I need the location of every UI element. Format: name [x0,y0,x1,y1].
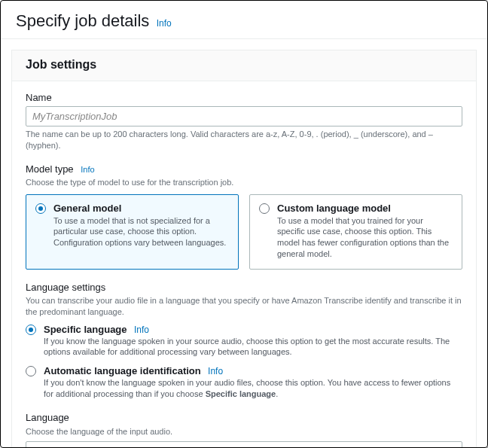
auto-language-info-link[interactable]: Info [208,366,223,376]
name-input[interactable] [26,106,462,126]
radio-title: Specific language [44,324,127,335]
model-type-group: Model type Info Choose the type of model… [26,163,462,270]
radio-specific-language[interactable]: Specific language Info If you know the l… [26,324,462,358]
page-info-link[interactable]: Info [157,18,172,29]
job-settings-panel: Job settings Name The name can be up to … [11,50,477,448]
radio-auto-language-id[interactable]: Automatic language identification Info I… [26,365,462,400]
tile-title: Custom language model [277,203,453,214]
name-field-group: Name The name can be up to 200 character… [26,92,462,151]
name-hint: The name can be up to 200 characters lon… [26,129,462,151]
model-type-label: Model type Info [26,163,462,175]
radio-desc: If you know the language spoken in your … [44,336,462,358]
language-settings-label: Language settings [26,282,462,293]
language-select[interactable]: English, US (en-US) [26,441,462,448]
language-label: Language [26,412,462,423]
specific-language-info-link[interactable]: Info [134,325,149,335]
tile-title: General model [53,203,229,214]
model-type-hint: Choose the type of model to use for the … [26,177,462,188]
radio-icon [26,366,36,376]
model-type-info-link[interactable]: Info [81,165,94,174]
tile-desc: To use a model that you trained for your… [277,215,453,260]
model-type-tile-custom[interactable]: Custom language model To use a model tha… [249,194,462,270]
tile-desc: To use a model that is not specialized f… [53,215,229,249]
language-field-group: Language Choose the language of the inpu… [26,412,462,448]
panel-header: Job settings [12,50,476,81]
page-title: Specify job details [16,11,149,31]
radio-desc: If you don't know the language spoken in… [44,377,462,400]
radio-title: Automatic language identification [44,365,201,376]
name-label: Name [26,92,462,103]
page-header: Specify job details Info [1,1,487,39]
language-hint: Choose the language of the input audio. [26,426,462,437]
model-type-tile-general[interactable]: General model To use a model that is not… [26,194,239,270]
desc-suffix: . [276,389,278,398]
model-type-label-text: Model type [26,163,74,175]
language-settings-group: Language settings You can transcribe you… [26,282,462,400]
radio-icon [35,203,46,214]
desc-bold: Specific language [206,389,276,398]
radio-icon [259,203,270,214]
panel-title: Job settings [26,58,462,72]
language-settings-hint: You can transcribe your audio file in a … [26,295,462,318]
radio-icon [26,325,36,335]
